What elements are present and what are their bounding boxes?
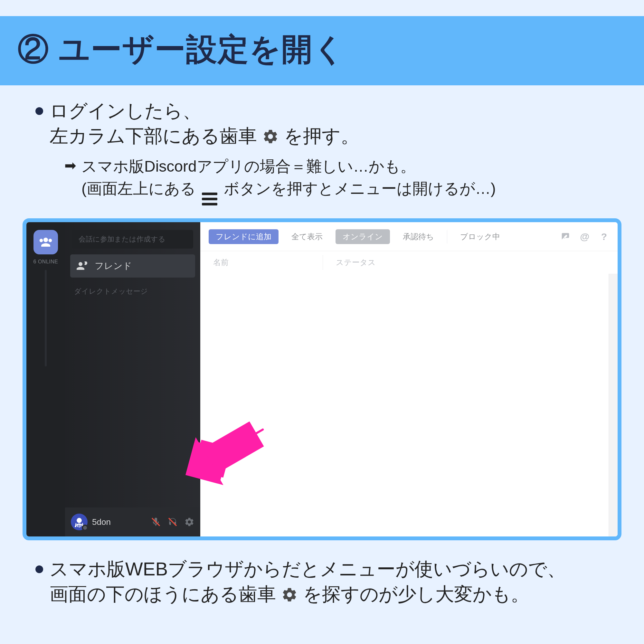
online-indicator	[45, 270, 47, 366]
tab-pending[interactable]: 承認待ち	[396, 229, 441, 244]
friends-nav-item[interactable]: フレンド	[70, 254, 195, 278]
online-count: 6 ONLINE	[33, 259, 58, 265]
deafen-icon[interactable]	[167, 517, 178, 527]
hamburger-icon	[202, 193, 217, 205]
tab-all[interactable]: 全て表示	[284, 229, 330, 244]
col-status: ステータス	[336, 257, 376, 268]
settings-gear-icon[interactable]	[184, 517, 194, 527]
gear-icon	[262, 128, 279, 145]
mute-mic-icon[interactable]	[151, 517, 161, 527]
bullet-2-text: スマホ版WEBブラウザからだとメニューが使いづらいので、 画面の下のほうにある歯…	[50, 556, 566, 607]
sub-1: ➡ スマホ版Discordアプリの場合＝難しい…かも。 (画面左上にある ボタン…	[0, 152, 644, 212]
channel-column: 会話に参加または作成する フレンド ダイレクトメッセージ 5don	[65, 222, 200, 536]
friends-tabs: フレンドに追加 全て表示 オンライン 承認待ち ブロック中 @ ?	[200, 222, 618, 251]
column-headers: 名前 ステータス	[200, 251, 618, 274]
discord-screenshot: 6 ONLINE 会話に参加または作成する フレンド ダイレクトメッセージ 5d…	[23, 218, 621, 540]
username-label: 5don	[92, 517, 146, 527]
sub-1-text: スマホ版Discordアプリの場合＝難しい…かも。 (画面左上にある ボタンを押…	[81, 155, 496, 206]
tab-online[interactable]: オンライン	[336, 229, 390, 244]
help-icon[interactable]: ?	[599, 232, 609, 242]
new-dm-icon[interactable]	[560, 232, 571, 242]
scrollbar[interactable]	[609, 274, 618, 536]
page-title: ② ユーザー設定を開く	[18, 29, 626, 71]
friends-label: フレンド	[95, 260, 132, 272]
tab-blocked[interactable]: ブロック中	[453, 229, 507, 244]
user-panel: 5don	[65, 507, 200, 536]
bullet-dot-icon	[35, 107, 43, 115]
bullet-2: スマホ版WEBブラウザからだとメニューが使いづらいので、 画面の下のほうにある歯…	[0, 540, 644, 607]
tab-separator	[447, 230, 447, 243]
col-name: 名前	[213, 257, 323, 268]
search-input[interactable]: 会話に参加または作成する	[72, 230, 193, 249]
main-column: フレンドに追加 全て表示 オンライン 承認待ち ブロック中 @ ?	[200, 222, 618, 536]
guild-column: 6 ONLINE	[26, 222, 65, 536]
mentions-icon[interactable]: @	[580, 232, 590, 242]
user-avatar[interactable]	[71, 514, 88, 530]
header-bar: ② ユーザー設定を開く	[0, 16, 644, 85]
bullet-1-text: ログインしたら、 左カラム下部にある歯車 を押す。	[50, 98, 359, 149]
dm-header: ダイレクトメッセージ	[65, 278, 200, 296]
bullet-1: ログインしたら、 左カラム下部にある歯車 を押す。	[0, 85, 644, 152]
friends-list-empty	[200, 274, 609, 536]
svg-point-0	[77, 518, 82, 523]
bullet-dot-icon	[35, 565, 43, 573]
home-button[interactable]	[33, 230, 58, 254]
add-friend-button[interactable]: フレンドに追加	[209, 229, 279, 244]
gear-icon	[281, 586, 298, 603]
arrow-right-icon: ➡	[64, 157, 76, 174]
status-indicator-icon	[82, 525, 88, 531]
